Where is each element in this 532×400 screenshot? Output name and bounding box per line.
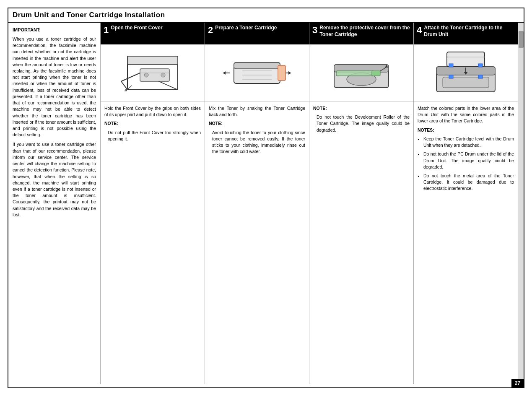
step-1-image <box>101 44 205 102</box>
step-3-number: 3 <box>312 26 317 35</box>
page-title: Drum Unit and Toner Cartridge Installati… <box>8 8 524 23</box>
important-label: IMPORTANT: <box>13 27 96 34</box>
step-4-body: Match the colored parts in the lower are… <box>414 102 518 384</box>
step-4-notes-label: NOTES: <box>418 127 514 133</box>
step-4-number: 4 <box>417 26 422 35</box>
important-column: IMPORTANT: When you use a toner cartridg… <box>8 23 101 384</box>
content-area: IMPORTANT: When you use a toner cartridg… <box>8 23 524 384</box>
important-para-1: When you use a toner cartridge of our re… <box>13 36 96 138</box>
step-1-svg <box>119 48 186 98</box>
steps-area: 1 Open the Front Cover <box>101 23 518 384</box>
step-4-svg <box>432 48 499 98</box>
step-1-body-text: Hold the Front Cover by the grips on bot… <box>104 105 201 118</box>
step-3-header: 3 Remove the protective cover from the T… <box>309 23 413 44</box>
step-3-col: 3 Remove the protective cover from the T… <box>309 23 414 384</box>
step-4-note-3: Do not touch the metal area of the Toner… <box>423 173 514 192</box>
step-2-header: 2 Prepare a Toner Cartridge <box>205 23 309 44</box>
svg-marker-15 <box>288 71 291 75</box>
svg-rect-21 <box>336 71 374 76</box>
svg-rect-11 <box>234 62 280 69</box>
svg-marker-16 <box>223 71 226 75</box>
step-2-body: Mix the Toner by shaking the Toner Cartr… <box>205 102 309 384</box>
svg-rect-31 <box>449 75 453 78</box>
step-4-image <box>414 44 518 102</box>
step-4-note-2: Do not touch the PC Drum under the lid o… <box>423 151 514 170</box>
svg-line-2 <box>121 81 127 90</box>
step-3-body: NOTE: Do not touch the Development Rolle… <box>309 102 413 384</box>
page: Drum Unit and Toner Cartridge Installati… <box>0 0 532 400</box>
step-3-title: Remove the protective cover from the Ton… <box>319 25 410 38</box>
step-2-svg <box>223 48 291 98</box>
step-1-note-label: NOTE: <box>104 120 201 127</box>
step-1-body: Hold the Front Cover by the grips on bot… <box>101 102 205 384</box>
step-3-note-text: Do not touch the Development Roller of t… <box>313 114 410 133</box>
svg-rect-32 <box>478 75 483 78</box>
svg-rect-23 <box>372 71 380 76</box>
step-2-note-text: Avoid touching the toner to your clothin… <box>209 130 305 155</box>
scrollbar[interactable] <box>518 23 524 384</box>
main-box: Drum Unit and Toner Cartridge Installati… <box>8 8 524 388</box>
step-2-body-text: Mix the Toner by shaking the Toner Cartr… <box>209 105 305 118</box>
scrollbar-thumb[interactable] <box>519 31 524 48</box>
svg-point-9 <box>161 73 165 77</box>
step-4-body-text: Match the colored parts in the lower are… <box>418 105 514 125</box>
step-1-title: Open the Front Cover <box>111 25 162 31</box>
step-2-number: 2 <box>208 26 213 35</box>
page-number: 27 <box>511 379 524 387</box>
svg-rect-17 <box>278 65 285 81</box>
svg-point-8 <box>144 73 148 77</box>
svg-rect-29 <box>449 64 453 67</box>
step-3-svg <box>328 48 395 98</box>
step-4-notes-list: Keep the Toner Cartridge level with the … <box>418 136 514 192</box>
step-3-image <box>309 44 413 102</box>
step-1-col: 1 Open the Front Cover <box>101 23 205 384</box>
important-para-2: If you want to use a toner cartridge oth… <box>13 141 96 218</box>
step-1-note-text: Do not pull the Front Cover too strongly… <box>104 130 201 142</box>
step-3-note-label: NOTE: <box>313 105 410 112</box>
step-2-note-label: NOTE: <box>209 120 305 127</box>
step-1-number: 1 <box>104 26 109 35</box>
step-2-col: 2 Prepare a Toner Cartridge <box>205 23 309 384</box>
step-4-col: 4 Attach the Toner Cartridge to the Drum… <box>414 23 518 384</box>
svg-rect-26 <box>443 77 489 88</box>
step-4-header: 4 Attach the Toner Cartridge to the Drum… <box>414 23 518 44</box>
step-2-title: Prepare a Toner Cartridge <box>215 25 277 31</box>
svg-rect-30 <box>478 64 483 67</box>
svg-line-3 <box>121 73 140 81</box>
step-4-note-1: Keep the Toner Cartridge level with the … <box>423 136 514 148</box>
step-4-title: Attach the Toner Cartridge to the Drum U… <box>424 25 515 38</box>
step-1-header: 1 Open the Front Cover <box>101 23 205 44</box>
svg-rect-1 <box>127 56 178 65</box>
step-2-image <box>205 44 309 102</box>
